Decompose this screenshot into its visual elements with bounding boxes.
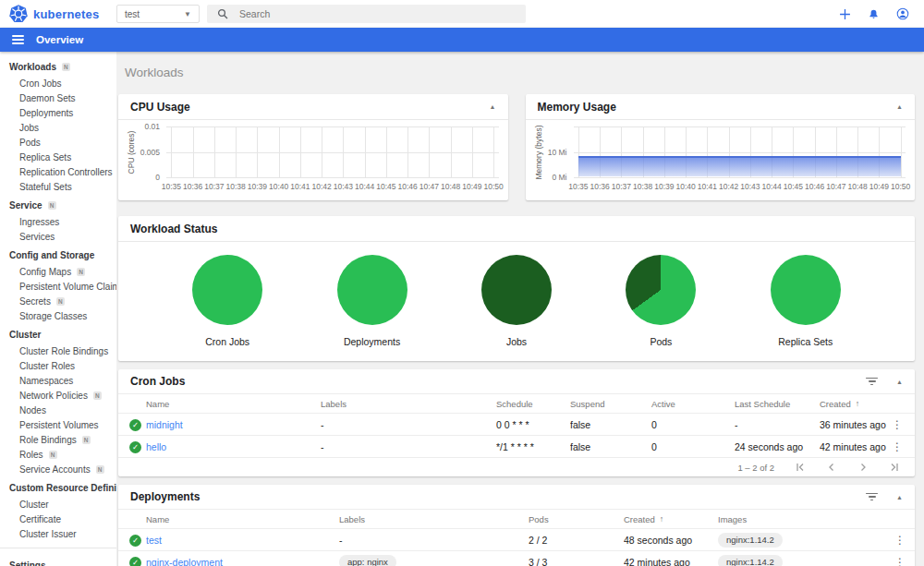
sidebar-item-label: Stateful Sets [19, 182, 72, 192]
row-actions-kebab-icon[interactable]: ⋮ [892, 556, 908, 566]
sidebar-item-label: Role Bindings [19, 435, 77, 445]
y-axis-tick-label: 0.01 [144, 122, 160, 131]
workload-status-header: Workload Status [118, 216, 915, 242]
notifications-bell-icon[interactable] [868, 8, 880, 20]
user-profile-icon[interactable] [896, 7, 909, 20]
sidebar-item-replication-controllers[interactable]: Replication Controllers [0, 164, 116, 179]
sidebar-item-certificate[interactable]: Certificate [0, 512, 116, 526]
filter-icon[interactable] [866, 378, 878, 386]
sidebar-item-settings[interactable]: Settings [0, 554, 116, 566]
column-header-labels[interactable]: Labels [339, 514, 529, 524]
column-header-last-schedule[interactable]: Last Schedule [735, 399, 820, 409]
column-header-pods[interactable]: Pods [529, 514, 624, 524]
labels-value: - [339, 535, 343, 546]
sidebar-section-label: Workloads [9, 62, 56, 72]
sidebar-item-label: Config Maps [19, 267, 71, 277]
schedule-cell: 0 0 * * * [496, 419, 570, 430]
sidebar-item-nodes[interactable]: Nodes [0, 403, 116, 417]
sort-ascending-arrow-icon: ↑ [660, 514, 664, 524]
sidebar-item-ingresses[interactable]: Ingresses [0, 214, 116, 229]
section-title: Workloads [125, 52, 915, 94]
column-header-name[interactable]: Name [146, 514, 339, 524]
name-cell: midnight [146, 419, 321, 430]
sidebar-item-deployments[interactable]: Deployments [0, 105, 116, 120]
sidebar-item-service-accounts[interactable]: Service AccountsN [0, 462, 116, 476]
sidebar-item-namespaces[interactable]: Namespaces [0, 373, 116, 388]
sidebar-item-jobs[interactable]: Jobs [0, 120, 116, 135]
memory-usage-chart: Memory (bytes) 10:3510:3610:3710:3810:39… [526, 120, 916, 199]
sidebar-item-pods[interactable]: Pods [0, 135, 116, 150]
previous-page-icon[interactable] [826, 462, 837, 473]
kubernetes-logo[interactable]: kubernetes [9, 5, 116, 23]
column-header-active[interactable]: Active [651, 399, 735, 409]
sidebar-section-config-and-storage[interactable]: Config and Storage [0, 244, 116, 264]
sidebar-item-role-bindings[interactable]: Role BindingsN [0, 432, 116, 447]
collapse-card-icon[interactable]: ▲ [490, 103, 496, 110]
namespaced-badge-icon: N [96, 465, 104, 474]
chart-gridline [451, 126, 452, 177]
column-header-schedule[interactable]: Schedule [496, 399, 570, 409]
column-header-labels[interactable]: Labels [321, 399, 496, 409]
sidebar-item-storage-classes[interactable]: Storage Classes [0, 308, 116, 323]
create-resource-plus-icon[interactable] [839, 8, 851, 20]
first-page-icon[interactable] [795, 462, 806, 473]
cron-jobs-card: Cron Jobs ▲ NameLabelsScheduleSuspendAct… [118, 369, 915, 476]
chart-gridline [407, 126, 408, 177]
sidebar-item-stateful-sets[interactable]: Stateful Sets [0, 179, 116, 194]
deployments-card-header: Deployments ▲ [118, 485, 915, 509]
next-page-icon[interactable] [857, 462, 869, 473]
search-input[interactable]: Search [207, 5, 526, 23]
sidebar-item-secrets[interactable]: SecretsN [0, 294, 116, 308]
sidebar-item-cron-jobs[interactable]: Cron Jobs [0, 76, 116, 90]
x-axis-tick-label: 10:49 [869, 182, 889, 191]
workload-status-pies: Cron JobsDeploymentsJobsPodsReplica Sets [118, 242, 915, 361]
cron-jobs-table-body: ✓midnight-0 0 * * *false0-36 minutes ago… [118, 413, 915, 457]
sidebar-item-network-policies[interactable]: Network PoliciesN [0, 388, 116, 403]
column-header-name[interactable]: Name [146, 399, 321, 409]
collapse-card-icon[interactable]: ▲ [896, 379, 903, 385]
row-actions-kebab-icon[interactable]: ⋮ [889, 440, 906, 453]
sidebar-item-replica-sets[interactable]: Replica Sets [0, 150, 116, 164]
sidebar-item-persistent-volumes[interactable]: Persistent Volumes [0, 417, 116, 432]
cron-job-name-link[interactable]: midnight [146, 419, 183, 430]
sidebar-item-daemon-sets[interactable]: Daemon Sets [0, 90, 116, 105]
sidebar-item-cluster-roles[interactable]: Cluster Roles [0, 358, 116, 373]
column-header-images[interactable]: Images [718, 514, 903, 524]
sidebar-item-label: Persistent Volumes [19, 420, 99, 430]
sidebar-item-config-maps[interactable]: Config MapsN [0, 264, 116, 279]
sidebar-section-workloads[interactable]: WorkloadsN [0, 55, 116, 76]
deployments-header-row: NameLabelsPodsCreated↑Images [118, 509, 915, 528]
sidebar-section-custom-resource-definitions[interactable]: Custom Resource Definitions [0, 476, 116, 497]
namespace-selector[interactable]: test ▼ [116, 5, 200, 23]
sidebar-item-cluster-role-bindings[interactable]: Cluster Role Bindings [0, 343, 116, 358]
last-page-icon[interactable] [889, 462, 900, 473]
sidebar-section-service[interactable]: ServiceN [0, 194, 116, 214]
pie-chart-label: Jobs [481, 336, 552, 347]
row-actions-kebab-icon[interactable]: ⋮ [889, 418, 906, 431]
sidebar-item-cluster-issuer[interactable]: Cluster Issuer [0, 526, 116, 541]
filter-icon[interactable] [866, 493, 878, 501]
sidebar-item-services[interactable]: Services [0, 229, 116, 244]
pie-chart-jobs [481, 255, 552, 325]
column-header-created[interactable]: Created↑ [820, 399, 898, 409]
deployment-name-link[interactable]: test [146, 535, 162, 546]
collapse-card-icon[interactable]: ▲ [896, 103, 903, 110]
row-actions-kebab-icon[interactable]: ⋮ [892, 534, 908, 547]
sidebar-section-cluster[interactable]: Cluster [0, 323, 116, 343]
column-header-suspend[interactable]: Suspend [570, 399, 651, 409]
column-header-created[interactable]: Created↑ [624, 514, 718, 524]
sidebar-item-roles[interactable]: RolesN [0, 447, 116, 462]
sidebar-item-persistent-volume-claims[interactable]: Persistent Volume ClaimsN [0, 279, 116, 294]
cpu-plot: CPU (cores) 10:3510:3610:3710:3810:3910:… [166, 126, 499, 177]
sidebar-item-cluster[interactable]: Cluster [0, 497, 116, 512]
topbar-actions [839, 7, 913, 20]
collapse-card-icon[interactable]: ▲ [896, 494, 903, 500]
column-header-label: Last Schedule [735, 399, 790, 409]
hamburger-menu-icon[interactable] [12, 35, 24, 44]
cron-job-name-link[interactable]: hello [146, 441, 166, 452]
sidebar-item-label: Replication Controllers [19, 167, 113, 177]
workload-pie-replica-sets: Replica Sets [771, 255, 841, 347]
memory-usage-title: Memory Usage [538, 101, 616, 114]
deployment-name-link[interactable]: nginx-deployment [146, 557, 223, 566]
chart-gridline [257, 126, 258, 177]
